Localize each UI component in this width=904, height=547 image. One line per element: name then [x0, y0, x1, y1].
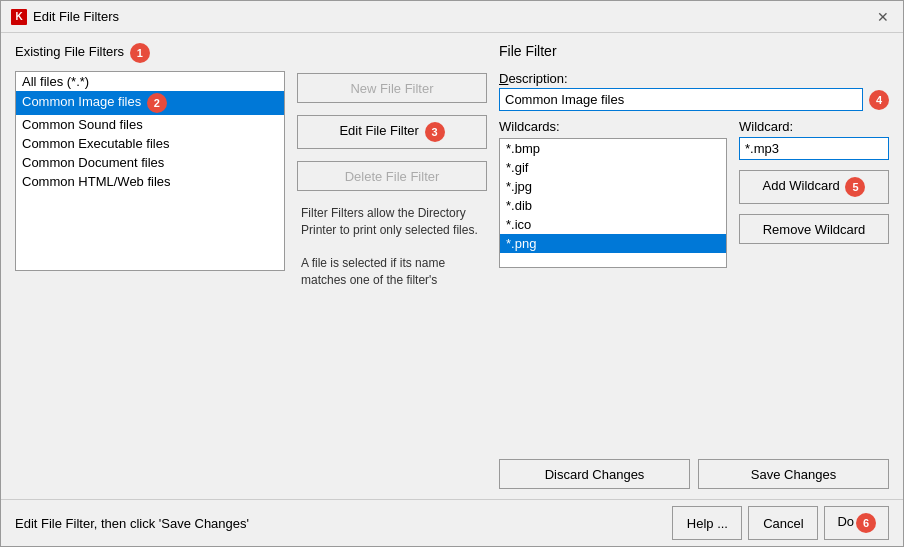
add-wildcard-button[interactable]: Add Wildcard 5: [739, 170, 889, 204]
file-filter-list[interactable]: All files (*.*) Common Image files 2 Com…: [15, 71, 285, 271]
wildcard-item-gif[interactable]: *.gif: [500, 158, 726, 177]
badge-4: 4: [869, 90, 889, 110]
footer-buttons: Help ... Cancel Do6: [672, 506, 889, 540]
wildcard-input-row: Wildcard:: [739, 119, 889, 160]
remove-wildcard-button[interactable]: Remove Wildcard: [739, 214, 889, 244]
middle-panel: New File Filter Edit File Filter 3 Delet…: [297, 43, 487, 489]
dialog-title: Edit File Filters: [33, 9, 119, 24]
description-label: DDescription:escription:: [499, 71, 889, 86]
dialog-footer: Edit File Filter, then click 'Save Chang…: [1, 499, 903, 546]
wildcards-col-left: Wildcards: *.bmp *.gif *.jpg *.dib *.ico…: [499, 119, 727, 447]
file-filter-section-title: File Filter: [499, 43, 889, 59]
wildcard-item-ico[interactable]: *.ico: [500, 215, 726, 234]
new-file-filter-button[interactable]: New File Filter: [297, 73, 487, 103]
filter-item-all-files[interactable]: All files (*.*): [16, 72, 284, 91]
filter-description: Filter Filters allow the Directory Print…: [297, 205, 487, 289]
edit-file-filters-dialog: K Edit File Filters ✕ Existing File Filt…: [0, 0, 904, 547]
filter-item-common-exec[interactable]: Common Executable files: [16, 134, 284, 153]
app-icon: K: [11, 9, 27, 25]
filter-item-common-image[interactable]: Common Image files 2: [16, 91, 284, 115]
title-bar: K Edit File Filters ✕: [1, 1, 903, 33]
existing-filters-label: Existing File Filters 1: [15, 43, 285, 63]
help-button[interactable]: Help ...: [672, 506, 742, 540]
filter-item-common-sound[interactable]: Common Sound files: [16, 115, 284, 134]
wildcards-col-right: Wildcard: Add Wildcard 5 Remove Wildcard: [739, 119, 889, 447]
badge-2: 2: [147, 93, 167, 113]
done-button[interactable]: Do6: [824, 506, 889, 540]
discard-changes-button[interactable]: Discard Changes: [499, 459, 690, 489]
save-changes-button[interactable]: Save Changes: [698, 459, 889, 489]
wildcards-list[interactable]: *.bmp *.gif *.jpg *.dib *.ico *.png: [499, 138, 727, 268]
description-input[interactable]: [499, 88, 863, 111]
title-bar-left: K Edit File Filters: [11, 9, 119, 25]
badge-5: 5: [845, 177, 865, 197]
wildcards-label: Wildcards:: [499, 119, 727, 134]
right-panel: File Filter DDescription:escription: 4 W…: [499, 43, 889, 489]
cancel-button[interactable]: Cancel: [748, 506, 818, 540]
left-panel: Existing File Filters 1 All files (*.*) …: [15, 43, 285, 489]
wildcard-label: Wildcard:: [739, 119, 889, 134]
footer-status: Edit File Filter, then click 'Save Chang…: [15, 516, 249, 531]
edit-file-filter-button[interactable]: Edit File Filter 3: [297, 115, 487, 149]
filter-item-common-doc[interactable]: Common Document files: [16, 153, 284, 172]
wildcards-row: Wildcards: *.bmp *.gif *.jpg *.dib *.ico…: [499, 119, 889, 447]
bottom-buttons-row: Discard Changes Save Changes: [499, 459, 889, 489]
close-button[interactable]: ✕: [873, 7, 893, 27]
wildcard-item-dib[interactable]: *.dib: [500, 196, 726, 215]
wildcard-item-png[interactable]: *.png: [500, 234, 726, 253]
badge-3: 3: [425, 122, 445, 142]
delete-file-filter-button[interactable]: Delete File Filter: [297, 161, 487, 191]
wildcard-item-bmp[interactable]: *.bmp: [500, 139, 726, 158]
wildcard-item-jpg[interactable]: *.jpg: [500, 177, 726, 196]
badge-6: 6: [856, 513, 876, 533]
wildcard-input[interactable]: [739, 137, 889, 160]
description-row: DDescription:escription: 4: [499, 71, 889, 111]
badge-1: 1: [130, 43, 150, 63]
filter-item-common-html[interactable]: Common HTML/Web files: [16, 172, 284, 191]
dialog-content: Existing File Filters 1 All files (*.*) …: [1, 33, 903, 499]
